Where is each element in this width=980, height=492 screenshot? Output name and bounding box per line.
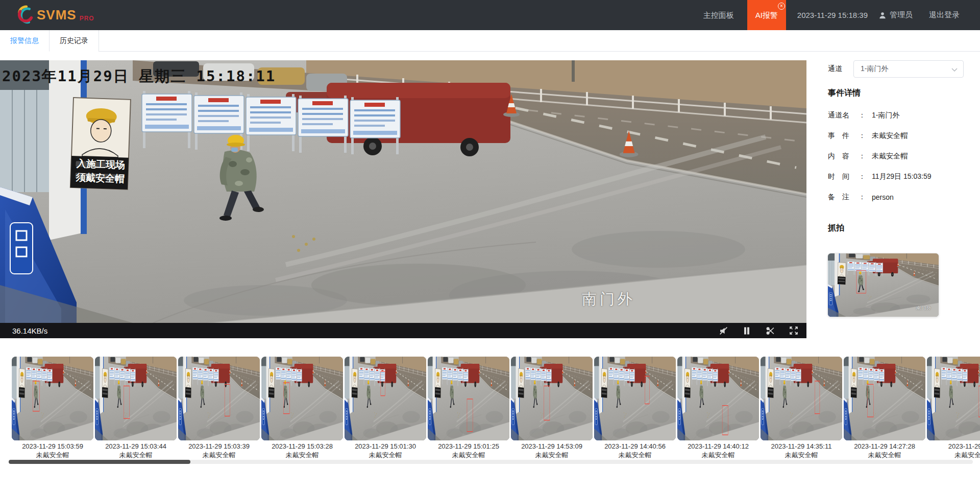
alarm-thumbnail-image — [844, 357, 925, 440]
thumb-label: 未戴安全帽 — [844, 452, 925, 459]
thumb-timestamp: 2023-11-29 14:40:56 — [594, 443, 676, 450]
alarm-thumbnail-image — [261, 357, 343, 440]
thumb-label: 未戴安全帽 — [594, 452, 676, 459]
alarm-filmstrip: 2023-11-29 15:03:59 未戴安全帽 2023-11-29 15:… — [12, 357, 980, 459]
event-detail-row: 内 容 ： 未戴安全帽 — [828, 151, 971, 161]
channel-select[interactable]: 1-南门外 — [853, 60, 964, 78]
player-controlbar: 36.14KB/s — [0, 323, 806, 338]
thumb-label: 未戴安全帽 — [345, 452, 426, 459]
thumb-label: 未戴安全帽 — [261, 452, 343, 459]
field-value: 1-南门外 — [872, 111, 899, 120]
alarm-thumbnail-image — [178, 357, 260, 440]
snapshot-image[interactable]: 南门外 — [828, 253, 939, 317]
mute-icon[interactable] — [719, 326, 728, 335]
thumb-timestamp: 2023-11-29 15:03:44 — [95, 443, 177, 450]
nav-dashboard[interactable]: 主控面板 — [690, 0, 747, 30]
pause-icon[interactable] — [742, 326, 751, 335]
alarm-thumbnail[interactable]: 2023-11-29 15:03:39 未戴安全帽 — [178, 357, 260, 459]
user-icon — [879, 12, 886, 19]
thumb-timestamp: 2023-11-29 14:27:28 — [844, 443, 925, 450]
logo-sub: PRO — [80, 15, 94, 22]
event-detail-row: 事 件 ： 未戴安全帽 — [828, 131, 971, 141]
alarm-thumbnail[interactable]: 2023-11-29 14:53:09 未戴安全帽 — [511, 357, 593, 459]
logo-swirl-icon — [14, 4, 36, 27]
alarm-thumbnail[interactable]: 2023-11-29 14:40:12 未戴安全帽 — [677, 357, 759, 459]
alarm-thumbnail[interactable]: 2023-11-29 14:40:56 未戴安全帽 — [594, 357, 676, 459]
filmstrip-scrollbar-track[interactable] — [9, 460, 973, 464]
alarm-thumbnail-image — [428, 357, 509, 440]
field-colon: ： — [859, 172, 866, 181]
tab-history[interactable]: 历史记录 — [50, 30, 99, 52]
thumb-timestamp: 2023-11-29 1 — [927, 443, 980, 450]
thumb-label: 未戴安全帽 — [12, 452, 93, 459]
nav-logout[interactable]: 退出登录 — [915, 10, 980, 20]
alarm-thumbnail[interactable]: 2023-11-29 15:01:25 未戴安全帽 — [428, 357, 509, 459]
alarm-dismiss-badge-icon[interactable]: × — [778, 3, 785, 10]
nav-user[interactable]: 管理员 — [879, 10, 915, 20]
thumb-label: 未戴安全帽 — [677, 452, 759, 459]
thumb-label: 未戴安全 — [927, 452, 980, 459]
app-logo: SVMS PRO — [14, 4, 94, 27]
field-colon: ： — [859, 193, 866, 202]
field-value: 未戴安全帽 — [872, 131, 908, 140]
field-label: 时 间 — [828, 172, 857, 181]
event-details-title: 事件详情 — [828, 88, 971, 97]
thumb-timestamp: 2023-11-29 14:35:11 — [761, 443, 842, 450]
event-detail-row: 通道名 ： 1-南门外 — [828, 110, 971, 121]
field-value: 11月29日 15:03:59 — [872, 172, 932, 181]
live-video-player[interactable]: 入施工现场 须戴安全帽 2023年11月29日 星期三 15:18:11 南门外 — [0, 60, 806, 323]
alarm-thumbnail-image — [95, 357, 177, 440]
alarm-thumbnail-image — [927, 357, 980, 440]
thumb-label: 未戴安全帽 — [95, 452, 177, 459]
navbar-menu: 主控面板 AI报警 × 2023-11-29 15:18:39 管理员 退出登录 — [690, 0, 980, 30]
field-colon: ： — [859, 111, 866, 120]
alarm-thumbnail[interactable]: 2023-11-29 15:03:28 未戴安全帽 — [261, 357, 343, 459]
thumb-timestamp: 2023-11-29 15:03:59 — [12, 443, 93, 450]
alarm-thumbnail[interactable]: 2023-11-29 14:27:28 未戴安全帽 — [844, 357, 925, 459]
app-root: SVMS PRO 主控面板 AI报警 × 2023-11-29 15:18:39… — [0, 0, 980, 492]
poster-line2: 须戴安全帽 — [71, 170, 129, 186]
channel-select-value: 1-南门外 — [861, 64, 888, 74]
snapshot-title: 抓拍 — [828, 223, 971, 232]
field-label: 内 容 — [828, 152, 857, 161]
thumb-label: 未戴安全帽 — [761, 452, 842, 459]
alarm-thumbnail[interactable]: 2023-11-29 1 未戴安全 — [927, 357, 980, 459]
alarm-thumbnail-image — [12, 357, 93, 440]
thumb-label: 未戴安全帽 — [428, 452, 509, 459]
chevron-down-icon — [951, 68, 958, 72]
nav-ai-alarm[interactable]: AI报警 × — [747, 0, 786, 30]
thumb-timestamp: 2023-11-29 15:03:39 — [178, 443, 260, 450]
field-colon: ： — [859, 131, 866, 140]
thumb-timestamp: 2023-11-29 15:03:28 — [261, 443, 343, 450]
alarm-thumbnail-image — [345, 357, 426, 440]
channel-row: 通道 1-南门外 — [828, 60, 971, 78]
event-details-list: 通道名 ： 1-南门外 事 件 ： 未戴安全帽 内 容 ： 未戴安全帽 时 间 … — [828, 110, 971, 202]
field-label: 备 注 — [828, 193, 857, 202]
fullscreen-icon[interactable] — [789, 326, 798, 335]
video-osd-datetime: 2023年11月29日 星期三 15:18:11 — [2, 66, 276, 87]
thumb-label: 未戴安全帽 — [178, 452, 260, 459]
logo-text: SVMS — [37, 7, 77, 23]
filmstrip-scrollbar-thumb[interactable] — [9, 460, 190, 464]
cctv-video-frame — [0, 60, 806, 323]
tab-alarm-info[interactable]: 报警信息 — [0, 30, 50, 52]
snapshot-scissors-icon[interactable] — [766, 326, 775, 335]
alarm-thumbnail-image — [761, 357, 842, 440]
alarm-thumbnail-image — [511, 357, 593, 440]
event-side-panel: 通道 1-南门外 事件详情 通道名 ： 1-南门外 事 件 ： 未戴安全帽 内 … — [828, 60, 971, 317]
thumb-timestamp: 2023-11-29 14:53:09 — [511, 443, 593, 450]
channel-label: 通道 — [828, 64, 853, 74]
field-value: 未戴安全帽 — [872, 152, 908, 161]
alarm-thumbnail[interactable]: 2023-11-29 15:03:59 未戴安全帽 — [12, 357, 93, 459]
field-colon: ： — [859, 152, 866, 161]
thumb-timestamp: 2023-11-29 14:40:12 — [677, 443, 759, 450]
alarm-thumbnail[interactable]: 2023-11-29 15:03:44 未戴安全帽 — [95, 357, 177, 459]
alarm-thumbnail[interactable]: 2023-11-29 14:35:11 未戴安全帽 — [761, 357, 842, 459]
nav-username: 管理员 — [890, 10, 913, 20]
field-label: 通道名 — [828, 111, 857, 120]
alarm-thumbnail-image — [594, 357, 676, 440]
nav-datetime: 2023-11-29 15:18:39 — [786, 11, 879, 19]
thumb-label: 未戴安全帽 — [511, 452, 593, 459]
alarm-thumbnail[interactable]: 2023-11-29 15:01:30 未戴安全帽 — [345, 357, 426, 459]
nav-ai-alarm-label: AI报警 — [755, 11, 778, 19]
